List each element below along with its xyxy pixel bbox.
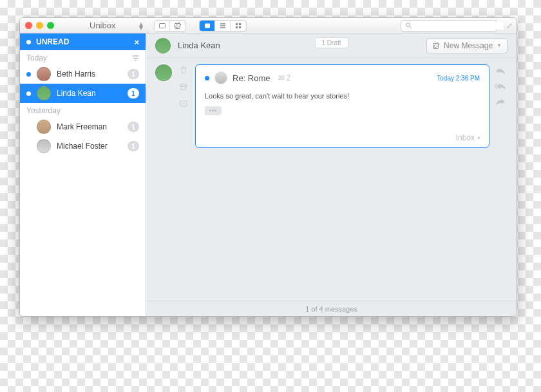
toolbar-group-view <box>199 20 247 32</box>
account-stepper[interactable]: ▴▾ <box>136 21 146 31</box>
sidebar-filter-unread[interactable]: UNREAD × <box>20 33 146 50</box>
contact-name: Linda Kean <box>57 89 128 98</box>
app-window: Unibox ▴▾ ⤢ <box>19 17 517 317</box>
chevron-down-icon: ▼ <box>477 136 481 140</box>
window-controls <box>25 22 54 29</box>
avatar <box>155 64 172 81</box>
section-header-yesterday: Yesterday <box>20 103 146 117</box>
chevron-down-icon: ▼ <box>497 42 502 48</box>
section-label: Today <box>26 53 47 62</box>
reply-icon[interactable] <box>495 67 506 75</box>
message-card[interactable]: Re: Rome ✉ 2 Today 2:36 PM Looks so grea… <box>195 64 489 148</box>
delete-icon[interactable] <box>179 66 188 75</box>
forward-icon[interactable] <box>495 98 506 106</box>
new-message-button[interactable]: New Message ▼ <box>426 38 508 53</box>
unread-dot-icon <box>26 72 31 77</box>
compose-button[interactable] <box>170 21 185 31</box>
message-body: Looks so great, can't wait to hear your … <box>205 92 480 100</box>
svg-point-7 <box>406 23 410 27</box>
view-card-button[interactable] <box>200 21 215 31</box>
svg-rect-5 <box>236 26 238 28</box>
contact-row[interactable]: Linda Kean 1 <box>20 84 146 103</box>
message-subject: Re: Rome <box>233 73 270 83</box>
view-list-button[interactable] <box>215 21 231 31</box>
avatar <box>214 71 227 84</box>
search-field[interactable] <box>401 20 497 32</box>
avatar <box>155 38 171 53</box>
contact-name: Beth Harris <box>57 70 128 79</box>
section-label: Yesterday <box>26 106 61 115</box>
message-header: Re: Rome ✉ 2 Today 2:36 PM <box>205 71 480 84</box>
svg-rect-10 <box>181 86 186 89</box>
avatar <box>37 120 51 134</box>
titlebar: Unibox ▴▾ ⤢ <box>20 18 517 33</box>
app-title: Unibox <box>90 21 115 30</box>
message-timestamp: Today 2:36 PM <box>437 75 480 82</box>
svg-rect-4 <box>239 23 241 25</box>
message-actions-left <box>177 66 190 294</box>
zoom-window-button[interactable] <box>47 22 54 29</box>
archive-icon[interactable] <box>179 82 188 91</box>
move-icon[interactable] <box>179 99 188 108</box>
search-icon <box>405 22 412 29</box>
count-badge: 1 <box>128 122 139 132</box>
conversation-footer: 1 of 4 messages <box>146 301 517 316</box>
conversation-pane: Linda Kean 1 Draft New Message ▼ <box>146 33 517 316</box>
close-icon[interactable]: × <box>134 37 139 47</box>
thread-icon: ✉ <box>278 73 285 82</box>
reply-all-icon[interactable] <box>495 82 506 90</box>
minimize-window-button[interactable] <box>36 22 43 29</box>
toolbar-group-actions <box>154 20 186 32</box>
svg-rect-6 <box>239 26 241 28</box>
close-window-button[interactable] <box>25 22 32 29</box>
sidebar: UNREAD × Today Beth Harris 1 Linda Kean … <box>20 33 146 316</box>
contact-name: Mark Freeman <box>57 122 128 131</box>
conversation-header: Linda Kean 1 Draft New Message ▼ <box>146 33 517 58</box>
svg-rect-3 <box>236 23 238 25</box>
filter-icon[interactable] <box>132 55 139 62</box>
count-badge: 1 <box>128 88 139 98</box>
thread-count: ✉ 2 <box>278 73 291 82</box>
contact-row[interactable]: Mark Freeman 1 <box>20 117 146 136</box>
unread-dot-icon <box>26 91 31 96</box>
compose-icon <box>432 42 440 50</box>
section-header-today: Today <box>20 50 146 64</box>
avatar <box>37 86 51 100</box>
new-message-label: New Message <box>444 41 493 50</box>
count-badge: 1 <box>128 141 139 151</box>
avatar <box>37 67 51 81</box>
refresh-button[interactable] <box>155 21 170 31</box>
message-folder[interactable]: Inbox ▼ <box>456 133 481 142</box>
fullscreen-icon[interactable]: ⤢ <box>506 21 513 30</box>
search-input[interactable] <box>415 22 504 30</box>
unread-label: UNREAD <box>36 37 69 46</box>
view-grid-button[interactable] <box>231 21 246 31</box>
message-actions-right <box>493 67 508 294</box>
svg-rect-2 <box>205 23 210 28</box>
contact-name: Michael Foster <box>57 142 128 151</box>
unread-dot-icon <box>26 40 31 44</box>
unread-dot-icon <box>205 76 209 80</box>
conversation-title: Linda Kean <box>178 41 220 50</box>
count-badge: 1 <box>128 69 139 79</box>
contact-row[interactable]: Beth Harris 1 <box>20 64 146 84</box>
avatar <box>37 139 51 153</box>
contact-row[interactable]: Michael Foster 1 <box>20 136 146 156</box>
draft-indicator[interactable]: 1 Draft <box>314 37 348 48</box>
svg-rect-0 <box>159 23 165 28</box>
expand-quoted-button[interactable]: ••• <box>205 106 222 115</box>
message-thread: Re: Rome ✉ 2 Today 2:36 PM Looks so grea… <box>146 58 517 301</box>
